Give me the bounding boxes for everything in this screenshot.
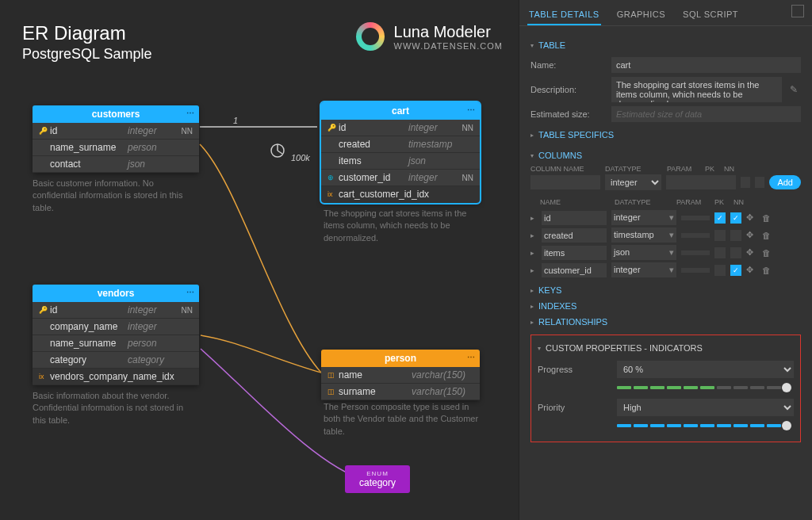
col-name[interactable]: customer_id [542, 263, 607, 277]
table-customers[interactable]: customers ⋯ 🔑idintegerNN name_surnameper… [33, 105, 199, 173]
add-column-button[interactable]: Add [769, 175, 801, 189]
chevron-right-icon: ▸ [530, 266, 537, 274]
tab-sql-script[interactable]: SQL SCRIPT [681, 5, 740, 25]
table-row[interactable]: ⊕customer_idintegerNN [321, 170, 480, 186]
col-pk-checkbox[interactable] [714, 230, 726, 241]
table-row[interactable]: itemsjson [321, 153, 480, 170]
col-name[interactable]: items [542, 246, 607, 260]
move-icon[interactable]: ✥ [746, 247, 757, 258]
table-row[interactable]: name_surnameperson [33, 140, 199, 156]
section-custom[interactable]: ▾CUSTOM PROPERTIES - INDICATORS [538, 340, 794, 356]
section-specifics[interactable]: ▸TABLE SPECIFICS [530, 127, 801, 143]
table-header[interactable]: vendors ⋯ [33, 285, 199, 302]
enum-category[interactable]: ENUM category [345, 465, 410, 493]
progress-label: Progress [538, 365, 609, 374]
col-pk-checkbox[interactable]: ✓ [714, 212, 726, 224]
table-row[interactable]: createdtimestamp [321, 136, 480, 153]
tab-table-details[interactable]: TABLE DETAILS [527, 5, 601, 25]
delete-icon[interactable]: 🗑 [762, 231, 773, 240]
section-relationships[interactable]: ▸RELATIONSHIPS [530, 314, 801, 330]
enum-tag: ENUM [359, 470, 396, 477]
svg-line-3 [278, 151, 282, 154]
col-param[interactable] [681, 268, 710, 273]
priority-slider[interactable] [617, 421, 794, 430]
col-type[interactable]: integer ▾ [611, 210, 676, 225]
list-headers: NAMEDATATYPEPARAMPKNN [530, 197, 801, 208]
progress-slider[interactable] [617, 383, 794, 392]
name-label: Name: [530, 60, 603, 70]
col-type[interactable]: integer ▾ [611, 262, 676, 277]
desc-input[interactable]: The shopping cart stores items in the it… [611, 77, 782, 102]
col-name[interactable]: created [542, 228, 607, 243]
panel-tabs: TABLE DETAILS GRAPHICS SQL SCRIPT [519, 0, 812, 26]
col-pk-checkbox[interactable] [714, 247, 726, 258]
table-row[interactable]: 🔑idintegerNN [33, 302, 199, 319]
new-col-nn-checkbox[interactable] [755, 177, 764, 188]
section-columns[interactable]: ▾COLUMNS [530, 147, 801, 163]
menu-icon[interactable]: ⋯ [186, 288, 194, 296]
menu-icon[interactable]: ⋯ [186, 109, 194, 117]
brand-block: Luna Modeler WWW.DATENSEN.COM [356, 22, 503, 51]
table-header[interactable]: cart ⋯ [321, 102, 480, 120]
index-row[interactable]: ixcart_customer_id_idx [321, 186, 480, 203]
name-input[interactable] [611, 57, 801, 73]
menu-icon[interactable]: ⋯ [467, 353, 475, 361]
table-title: vendors [98, 288, 135, 299]
col-nn-checkbox[interactable] [730, 230, 741, 241]
column-row[interactable]: ▸ items json ▾ ✥ 🗑 [530, 245, 801, 260]
chevron-right-icon: ▸ [530, 231, 537, 239]
table-row[interactable]: 🔑idintegerNN [321, 120, 480, 136]
move-icon[interactable]: ✥ [746, 265, 757, 275]
column-row[interactable]: ▸ created timestamp ▾ ✥ 🗑 [530, 228, 801, 243]
table-row[interactable]: company_nameinteger [33, 319, 199, 335]
move-icon[interactable]: ✥ [746, 212, 757, 223]
new-col-pk-checkbox[interactable] [741, 177, 750, 188]
column-row[interactable]: ▸ id integer ▾ ✓ ✓ ✥ 🗑 [530, 210, 801, 225]
diagram-canvas[interactable]: ER Diagram PostgreSQL Sample Luna Modele… [0, 0, 519, 520]
new-col-type-select[interactable]: integer [605, 174, 661, 190]
col-type[interactable]: json ▾ [611, 245, 676, 260]
table-header[interactable]: customers ⋯ [33, 105, 199, 123]
layout-icon[interactable] [791, 5, 804, 17]
table-person[interactable]: person ⋯ ◫namevarchar(150) ◫surnamevarch… [321, 350, 480, 400]
table-row[interactable]: categorycategory [33, 352, 199, 369]
section-keys[interactable]: ▸KEYS [530, 282, 801, 298]
table-row[interactable]: ◫namevarchar(150) [321, 367, 480, 384]
table-cart[interactable]: cart ⋯ 🔑idintegerNN createdtimestamp ite… [321, 102, 480, 203]
progress-select[interactable]: 60 % [617, 361, 794, 378]
col-type[interactable]: timestamp ▾ [611, 228, 676, 243]
table-row[interactable]: ◫surnamevarchar(150) [321, 384, 480, 400]
chevron-right-icon: ▸ [530, 214, 537, 222]
est-size-input[interactable] [611, 106, 801, 122]
column-row[interactable]: ▸ customer_id integer ▾ ✓ ✥ 🗑 [530, 262, 801, 277]
menu-icon[interactable]: ⋯ [467, 105, 475, 114]
priority-select[interactable]: High [617, 399, 794, 416]
col-nn-checkbox[interactable]: ✓ [730, 212, 741, 224]
pk-icon: 🔑 [327, 124, 339, 132]
col-name[interactable]: id [542, 211, 607, 225]
col-nn-checkbox[interactable] [730, 247, 741, 258]
section-indexes[interactable]: ▸INDEXES [530, 298, 801, 314]
svg-text:1: 1 [233, 116, 238, 125]
chevron-down-icon: ▾ [530, 152, 534, 159]
tab-graphics[interactable]: GRAPHICS [615, 5, 667, 25]
table-row[interactable]: 🔑idintegerNN [33, 123, 199, 140]
delete-icon[interactable]: 🗑 [762, 248, 773, 258]
new-col-name-input[interactable] [530, 175, 600, 189]
col-param[interactable] [681, 216, 710, 220]
col-pk-checkbox[interactable] [714, 265, 726, 276]
new-col-param-input[interactable] [666, 175, 736, 189]
col-param[interactable] [681, 250, 710, 255]
delete-icon[interactable]: 🗑 [762, 266, 773, 275]
col-nn-checkbox[interactable]: ✓ [730, 265, 741, 276]
table-vendors[interactable]: vendors ⋯ 🔑idintegerNN company_nameinteg… [33, 285, 199, 385]
edit-icon[interactable]: ✎ [790, 84, 801, 95]
index-row[interactable]: ixvendors_company_name_idx [33, 369, 199, 385]
move-icon[interactable]: ✥ [746, 230, 757, 240]
table-row[interactable]: contactjson [33, 156, 199, 173]
section-table[interactable]: ▾TABLE [530, 37, 801, 53]
col-param[interactable] [681, 233, 710, 238]
delete-icon[interactable]: 🗑 [762, 213, 773, 223]
table-row[interactable]: name_surnameperson [33, 335, 199, 352]
table-header[interactable]: person ⋯ [321, 350, 480, 367]
